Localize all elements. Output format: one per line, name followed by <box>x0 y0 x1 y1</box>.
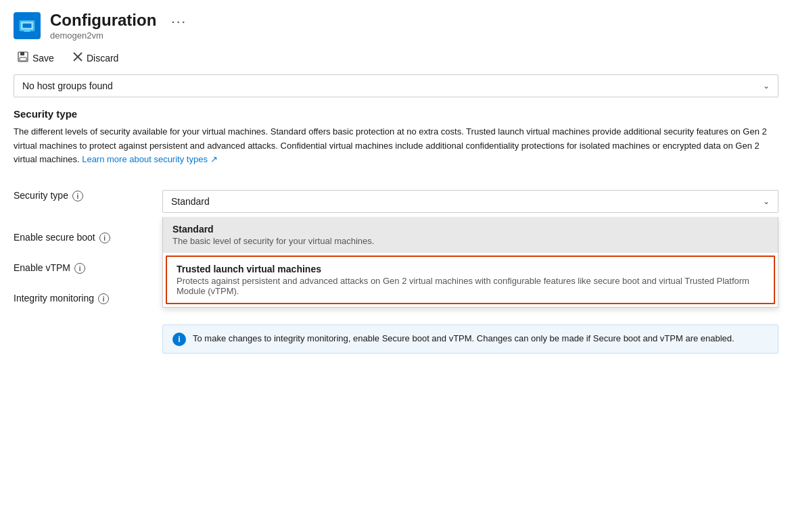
content-area: Security type The different levels of se… <box>0 108 792 354</box>
page-menu-button[interactable]: ··· <box>171 14 187 29</box>
discard-label: Discard <box>87 53 118 64</box>
info-bar-message: To make changes to integrity monitoring,… <box>193 332 735 345</box>
save-button[interactable]: Save <box>14 49 58 68</box>
dropdown-option-trusted-launch-title: Trusted launch virtual machines <box>177 264 764 274</box>
svg-rect-4 <box>24 30 30 32</box>
dropdown-option-standard-title: Standard <box>172 224 768 235</box>
svg-rect-3 <box>25 29 30 30</box>
save-icon <box>18 51 28 65</box>
form-label-security-type: Security type i <box>14 180 162 222</box>
page-title: Configuration <box>50 11 156 30</box>
page-title-block: Configuration demogen2vm <box>50 11 156 41</box>
security-type-select[interactable]: Standard ⌄ <box>162 190 778 213</box>
toolbar: Save Discard <box>0 45 792 74</box>
security-type-dropdown-menu: Standard The basic level of security for… <box>162 217 778 308</box>
form-label-secure-boot: Enable secure boot i <box>14 222 162 253</box>
security-type-info-icon[interactable]: i <box>72 191 83 201</box>
vtpm-info-icon[interactable]: i <box>74 263 85 274</box>
learn-more-link[interactable]: Learn more about security types ↗ <box>82 154 217 164</box>
svg-rect-7 <box>20 57 26 61</box>
chevron-down-icon: ⌄ <box>763 197 770 206</box>
page-subtitle: demogen2vm <box>50 30 156 41</box>
security-type-control: Standard ⌄ Standard The basic level of s… <box>162 180 778 222</box>
page-icon <box>14 12 41 39</box>
page-header: Configuration demogen2vm ··· <box>0 0 792 45</box>
dropdown-option-trusted-launch[interactable]: Trusted launch virtual machines Protects… <box>166 256 775 304</box>
discard-icon <box>73 52 83 64</box>
form-label-vtpm: Enable vTPM i <box>14 253 162 283</box>
security-type-value: Standard <box>171 196 210 207</box>
security-section-description: The different levels of security availab… <box>14 125 778 167</box>
secure-boot-info-icon[interactable]: i <box>99 233 110 243</box>
info-bar: i To make changes to integrity monitorin… <box>162 324 778 354</box>
svg-rect-6 <box>20 52 24 55</box>
dropdown-option-trusted-launch-desc: Protects against persistent and advanced… <box>177 276 764 296</box>
chevron-down-icon: ⌄ <box>763 81 770 91</box>
host-groups-value: No host groups found <box>22 80 113 91</box>
integrity-monitoring-info-icon[interactable]: i <box>98 293 109 304</box>
form-label-integrity-monitoring: Integrity monitoring i <box>14 283 162 314</box>
info-bar-icon: i <box>172 333 186 346</box>
host-groups-dropdown[interactable]: No host groups found ⌄ <box>14 74 778 97</box>
discard-button[interactable]: Discard <box>69 49 122 67</box>
dropdown-option-standard[interactable]: Standard The basic level of security for… <box>163 217 778 253</box>
svg-rect-2 <box>23 24 32 28</box>
save-label: Save <box>32 53 54 64</box>
dropdown-option-standard-desc: The basic level of security for your vir… <box>172 236 768 246</box>
form-grid: Security type i Standard ⌄ Standard The … <box>14 180 778 314</box>
security-section-title: Security type <box>14 108 778 120</box>
external-link-icon: ↗ <box>210 154 218 164</box>
